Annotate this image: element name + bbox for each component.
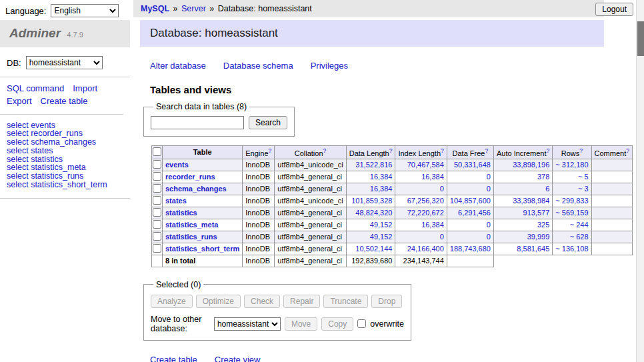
data-free-link[interactable]: 0 [487,221,491,229]
language-select[interactable]: English [51,4,119,17]
sidebar-select-statistics_short_term[interactable]: select statistics_short_term [7,181,123,189]
auto-increment-link[interactable]: 6 [545,185,549,193]
breadcrumb-server-link[interactable]: Server [181,4,206,13]
search-button[interactable]: Search [249,116,287,129]
row-checkbox[interactable] [153,220,161,229]
auto-increment-link[interactable]: 33,898,196 [513,161,549,169]
overwrite-checkbox[interactable] [357,319,366,328]
auto-increment-link[interactable]: 913,577 [523,209,550,217]
row-checkbox[interactable] [153,244,161,253]
data-length-link[interactable]: 49,152 [370,221,393,229]
data-free-link[interactable]: 188,743,680 [450,245,491,253]
sidebar-select-states[interactable]: select states [7,147,123,155]
data-free-link[interactable]: 0 [487,173,491,181]
row-checkbox[interactable] [153,160,161,169]
tables-body: eventsInnoDButf8mb4_unicode_ci31,522,816… [152,159,633,255]
logout-button[interactable]: Logout [595,3,633,16]
table-name-link[interactable]: recorder_runs [165,173,215,181]
rows-link[interactable]: ~ 312,180 [555,161,588,169]
sidebar-link-create-table[interactable]: Create table [41,95,88,108]
move-db-select[interactable]: homeassistant [214,317,281,331]
data-length-link[interactable]: 16,384 [370,173,393,181]
data-free-link[interactable]: 50,331,648 [454,161,491,169]
bulk-repair-button[interactable]: Repair [283,295,320,308]
move-button[interactable]: Move [285,317,317,331]
index-length-link[interactable]: 0 [440,233,444,241]
bulk-drop-button[interactable]: Drop [371,295,402,308]
row-checkbox[interactable] [153,196,161,205]
row-checkbox[interactable] [153,208,161,217]
vertical-scrollbar[interactable] [636,0,644,362]
data-free-link[interactable]: 0 [487,185,491,193]
create-links: Create tableCreate view [150,355,604,362]
sidebar-link-import[interactable]: Import [73,83,97,95]
data-free-link[interactable]: 0 [487,233,491,241]
auto-increment-link[interactable]: 8,581,645 [517,245,549,253]
data-length-link[interactable]: 31,522,816 [355,161,392,169]
table-name-link[interactable]: events [165,161,189,169]
column-help-link[interactable]: ? [547,147,550,154]
sidebar-link-export[interactable]: Export [7,95,32,108]
select-all-checkbox[interactable] [153,147,161,156]
row-checkbox[interactable] [153,232,161,241]
index-length-link[interactable]: 72,220,672 [407,209,444,217]
create-link-create-table[interactable]: Create table [150,355,197,362]
column-help-link[interactable]: ? [626,147,629,154]
index-length-link[interactable]: 24,166,400 [407,245,444,253]
table-name-link[interactable]: schema_changes [165,185,227,193]
column-header-label: Rows [561,149,580,157]
index-length-link[interactable]: 70,467,584 [407,161,444,169]
index-length-link[interactable]: 0 [440,185,444,193]
nav-link-privileges[interactable]: Privileges [311,61,348,71]
data-length-link[interactable]: 101,859,328 [351,197,392,205]
table-name-link[interactable]: statistics_short_term [165,245,239,253]
rows-link[interactable]: ~ 569,159 [555,209,588,217]
data-length-link[interactable]: 16,384 [370,185,393,193]
rows-link[interactable]: ~ 3 [578,185,589,193]
bulk-check-button[interactable]: Check [244,295,280,308]
column-help-link[interactable]: ? [441,147,444,154]
table-name-link[interactable]: statistics [165,209,197,217]
rows-link[interactable]: ~ 5 [578,173,589,181]
db-select[interactable]: homeassistant [26,56,103,69]
auto-increment-link[interactable]: 325 [537,221,549,229]
index-length-link[interactable]: 16,384 [421,173,444,181]
bulk-truncate-button[interactable]: Truncate [323,295,368,308]
auto-increment-cell: 39,999 [493,231,552,243]
table-name-cell: events [163,159,243,171]
table-name-link[interactable]: states [165,197,187,205]
sidebar-link-sql-command[interactable]: SQL command [7,83,64,95]
table-name-link[interactable]: statistics_meta [165,221,219,229]
nav-link-database-schema[interactable]: Database schema [223,61,293,71]
bulk-optimize-button[interactable]: Optimize [196,295,241,308]
data-length-link[interactable]: 49,152 [370,233,393,241]
auto-increment-link[interactable]: 39,999 [527,233,550,241]
rows-link[interactable]: ~ 299,833 [555,197,588,205]
data-free-link[interactable]: 104,857,600 [450,197,491,205]
index-length-link[interactable]: 67,256,320 [407,197,444,205]
copy-button[interactable]: Copy [321,317,353,331]
data-length-link[interactable]: 10,502,144 [355,245,392,253]
column-help-link[interactable]: ? [269,147,272,154]
table-name-link[interactable]: statistics_runs [165,233,217,241]
nav-link-alter-database[interactable]: Alter database [150,61,206,71]
column-help-link[interactable]: ? [485,147,488,154]
row-checkbox[interactable] [153,172,161,181]
scrollbar-thumb[interactable] [637,21,644,56]
auto-increment-link[interactable]: 33,398,984 [513,197,549,205]
column-help-link[interactable]: ? [323,147,327,154]
rows-link[interactable]: ~ 136,108 [555,245,588,253]
bulk-analyze-button[interactable]: Analyze [151,295,193,308]
create-link-create-view[interactable]: Create view [215,355,261,362]
breadcrumb-mysql-link[interactable]: MySQL [141,4,169,13]
data-free-link[interactable]: 6,291,456 [458,209,491,217]
search-input[interactable] [151,116,244,129]
rows-link[interactable]: ~ 244 [570,221,589,229]
column-help-link[interactable]: ? [579,147,583,154]
auto-increment-link[interactable]: 378 [537,173,549,181]
column-help-link[interactable]: ? [389,147,393,154]
rows-link[interactable]: ~ 628 [570,233,589,241]
data-length-link[interactable]: 48,824,320 [355,209,392,217]
row-checkbox[interactable] [153,184,161,193]
index-length-link[interactable]: 16,384 [421,221,444,229]
